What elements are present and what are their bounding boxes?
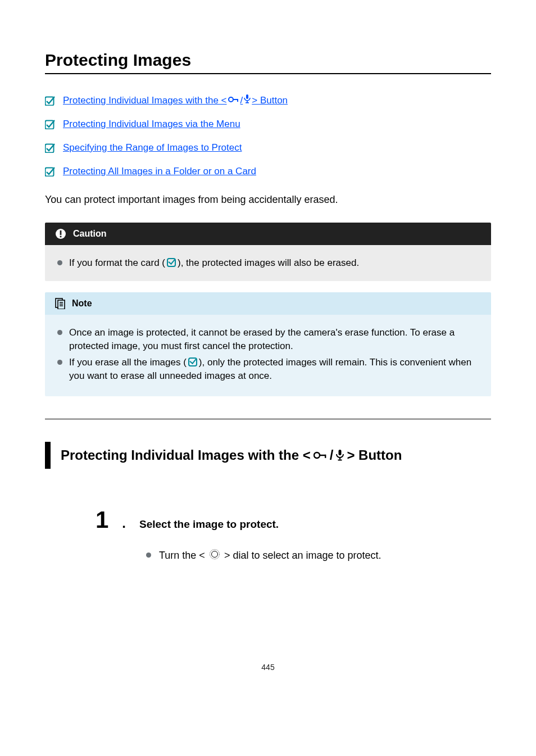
check-icon (45, 96, 55, 106)
step-title: Select the image to protect. (139, 518, 279, 531)
caution-heading-text: Caution (73, 229, 107, 239)
note-body: Once an image is protected, it cannot be… (45, 315, 491, 396)
reference-icon (167, 258, 176, 267)
bullet-icon (146, 553, 151, 558)
inline-reference-link[interactable] (165, 257, 178, 268)
key-icon (228, 96, 239, 103)
substep: Turn the < > dial to select an image to … (146, 549, 491, 562)
svg-rect-6 (246, 102, 249, 103)
substep-text: Turn the < (159, 550, 205, 561)
caution-text: ), the protected images will also be era… (178, 257, 359, 268)
svg-rect-20 (325, 455, 326, 458)
section-heading: Protecting Individual Images with the < … (45, 442, 491, 469)
svg-rect-11 (60, 230, 62, 235)
svg-rect-23 (338, 459, 342, 460)
toc-item: Protecting All Images in a Folder or on … (45, 166, 491, 177)
link-text: Protecting Individual Images with the < (63, 95, 227, 106)
page-title: Protecting Images (45, 51, 491, 70)
title-rule (45, 73, 491, 74)
caution-item: If you format the card (), the protected… (57, 256, 479, 270)
note-header: Note (45, 292, 491, 315)
svg-point-1 (229, 97, 233, 102)
section-rule (45, 419, 491, 419)
note-item: If you erase all the images (), only the… (57, 356, 479, 383)
page-number: 445 (45, 663, 491, 672)
link-text: > Button (252, 95, 288, 106)
bullet-icon (57, 360, 62, 365)
link-text: / (240, 95, 243, 106)
step-1: 1. Select the image to protect. (96, 508, 491, 532)
key-icon (314, 451, 327, 460)
h2-text: / (330, 447, 334, 463)
substep-text: > dial to select an image to protect. (224, 550, 381, 561)
bullet-icon (57, 330, 62, 335)
note-text: Once an image is protected, it cannot be… (69, 326, 479, 353)
toc: Protecting Individual Images with the < … (45, 94, 491, 177)
reference-icon (188, 357, 197, 366)
caution-header: Caution (45, 223, 491, 245)
check-icon (45, 166, 55, 176)
note-callout: Note Once an image is protected, it cann… (45, 292, 491, 396)
bullet-icon (57, 260, 62, 265)
caution-body: If you format the card (), the protected… (45, 245, 491, 281)
svg-rect-22 (339, 458, 340, 460)
alert-icon (55, 228, 66, 239)
toc-item: Protecting Individual Images with the < … (45, 94, 491, 106)
svg-rect-3 (237, 99, 238, 102)
svg-rect-4 (246, 94, 248, 99)
toc-link-protect-menu[interactable]: Protecting Individual Images via the Men… (63, 119, 240, 130)
check-icon (45, 143, 55, 153)
microphone-icon (336, 450, 344, 461)
inline-reference-link[interactable] (187, 357, 199, 368)
intro-text: You can protect important images from be… (45, 194, 491, 206)
note-item: Once an image is protected, it cannot be… (57, 326, 479, 353)
microphone-icon (244, 94, 251, 103)
svg-rect-14 (58, 300, 65, 309)
step-dot: . (122, 515, 126, 531)
check-icon (45, 119, 55, 129)
note-heading-text: Note (72, 298, 92, 309)
dial-icon (209, 549, 220, 560)
toc-item: Specifying the Range of Images to Protec… (45, 142, 491, 153)
svg-rect-12 (60, 236, 62, 238)
note-icon (55, 298, 65, 309)
caution-text: If you format the card ( (69, 257, 165, 268)
note-text: If you erase all the images ( (69, 357, 187, 368)
h2-text: > Button (347, 447, 402, 463)
caution-callout: Caution If you format the card (), the p… (45, 223, 491, 281)
svg-rect-21 (339, 450, 342, 455)
toc-link-protect-range[interactable]: Specifying the Range of Images to Protec… (63, 142, 242, 153)
svg-rect-5 (247, 101, 248, 102)
svg-point-25 (211, 551, 217, 557)
toc-item: Protecting Individual Images via the Men… (45, 119, 491, 130)
toc-link-protect-all[interactable]: Protecting All Images in a Folder or on … (63, 166, 256, 177)
h2-text: Protecting Individual Images with the < (61, 447, 311, 463)
step-number: 1 (96, 508, 108, 532)
svg-point-18 (314, 452, 320, 458)
toc-link-protect-button[interactable]: Protecting Individual Images with the < … (63, 94, 288, 106)
